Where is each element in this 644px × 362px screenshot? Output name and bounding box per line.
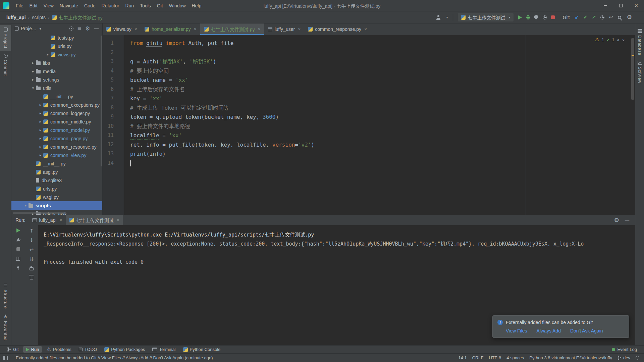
settings-icon[interactable]: ⚙ [627,14,632,20]
inspections-widget[interactable]: ⚠ 1 ✔ 1 ∧ ∨ [595,37,625,42]
tool-window-button-project[interactable]: Project [0,25,11,51]
notification-action-view-files[interactable]: View Files [506,328,527,333]
code-line[interactable]: localfile = 'xx' [130,131,635,140]
tree-item-views-py[interactable]: ▸views.py [11,50,102,59]
restore-layout-icon[interactable] [16,257,20,261]
chevron-right-icon[interactable]: ▸ [38,103,43,107]
indent-style[interactable]: 4 spaces [506,355,524,360]
tree-item-common-response-py[interactable]: ▸common_response.py [11,143,102,151]
close-icon[interactable]: × [258,27,260,32]
toolwindow-todo[interactable]: TODO [76,346,100,353]
tree-item-utils[interactable]: ▾utils [11,84,102,92]
tree-item-common-exceptions-py[interactable]: ▸common_exceptions.py [11,101,102,109]
chevron-right-icon[interactable]: ▸ [38,153,43,157]
chevron-right-icon[interactable]: ▸ [38,136,43,141]
tool-window-button-favorites[interactable]: ★Favorites [0,311,11,343]
tree-item-common-model-py[interactable]: ▸common_model.py [11,126,102,134]
coverage-icon[interactable] [534,15,538,19]
line-number[interactable]: 10 [103,122,124,131]
code-line[interactable]: from qiniu import Auth, put_file [130,39,635,48]
line-number[interactable]: 11 [103,131,124,140]
settings-icon[interactable]: ⚙ [85,26,90,32]
softwrap-icon[interactable]: ↩ [30,247,34,252]
chevron-down-icon[interactable]: ▾ [23,203,29,208]
git-branch-widget[interactable]: dev [618,355,630,360]
breadcrumb-item-scripts[interactable]: scripts [31,15,47,20]
tree-item-tests-py[interactable]: tests.py [11,34,102,42]
locate-icon[interactable] [69,27,73,31]
code-line[interactable]: print(info) [130,149,635,159]
debug-icon[interactable] [526,15,530,19]
tool-window-button-commit[interactable]: Commit [0,51,11,79]
tree-item-common-page-py[interactable]: ▸common_page.py [11,134,102,143]
menu-git[interactable]: Git [154,0,166,11]
hide-icon[interactable]: — [625,218,630,223]
editor-tab-views-py[interactable]: views.py× [103,23,141,35]
file-encoding[interactable]: UTF-8 [489,355,501,360]
settings-icon[interactable]: ⚙ [614,217,619,223]
line-separator[interactable]: CRLF [472,355,484,360]
hide-icon[interactable]: — [94,26,99,31]
chevron-right-icon[interactable]: ▸ [30,61,36,65]
line-number[interactable]: 4 [103,66,124,76]
tree-item-db-sqlite3[interactable]: db.sqlite3 [11,176,102,185]
tree-item-urls-py[interactable]: urls.py [11,42,102,50]
menu-window[interactable]: Window [166,0,189,11]
line-number[interactable]: 13 [103,149,124,159]
chevron-right-icon[interactable]: ▸ [38,119,43,124]
python-interpreter[interactable]: Python 3.8 virtualenv at E:\Virtualenvs\… [529,355,612,360]
editor-tab-home-serializer-py[interactable]: home_serializer.py× [141,23,200,35]
editor-tab-luffy-user[interactable]: luffy_user× [264,23,305,35]
menu-edit[interactable]: Edit [26,0,41,11]
menu-navigate[interactable]: Navigate [57,0,81,11]
line-number[interactable]: 2 [103,48,124,57]
line-number[interactable]: 14 [103,159,124,168]
tree-item-libs[interactable]: ▸libs [11,59,102,67]
git-push-icon[interactable]: ↗ [592,15,596,20]
run-tab-七牛上传文件测试[interactable]: 七牛上传文件测试× [66,215,123,225]
menu-view[interactable]: View [41,0,57,11]
chevron-down-icon[interactable]: ▾ [30,86,36,90]
rerun-icon[interactable] [16,228,20,232]
warning-stripe-mark[interactable] [632,55,634,56]
line-number[interactable]: 12 [103,140,124,150]
chevron-right-icon[interactable]: ▸ [30,69,36,73]
up-icon[interactable]: ↑ [30,228,34,234]
user-icon[interactable] [436,15,441,20]
project-tree-hscrollbar[interactable] [13,212,66,214]
stop-icon[interactable] [551,15,555,19]
notifications-icon[interactable] [636,356,639,360]
line-number[interactable]: 5 [103,75,124,85]
tree-item-common-middle-py[interactable]: ▸common_middle.py [11,117,102,126]
menu-file[interactable]: File [13,0,26,11]
code-line[interactable]: # 上传后保存的文件名 [130,85,635,94]
close-icon[interactable]: × [117,217,119,223]
editor-tab-common-response-py[interactable]: common_response.py× [304,23,371,35]
wrench-icon[interactable] [16,238,20,242]
editor-code[interactable]: from qiniu import Auth, put_fileq = Auth… [124,35,635,215]
code-line[interactable]: ret, info = put_file(token, key, localfi… [130,140,635,150]
tree-item-common-logger-py[interactable]: ▸common_logger.py [11,109,102,117]
print-icon[interactable] [30,267,34,270]
notification-action-don-t-ask-again[interactable]: Don't Ask Again [570,328,603,333]
git-rollback-icon[interactable]: ↩ [609,15,613,20]
code-line[interactable]: token = q.upload_token(bucket_name, key,… [130,112,635,122]
code-line[interactable]: # 要上传文件的本地路径 [130,122,635,131]
line-number[interactable]: 8 [103,103,124,113]
toolwindow-run[interactable]: Run [23,346,42,353]
code-line[interactable] [130,48,635,57]
editor-scrollbar[interactable] [631,38,634,100]
close-icon[interactable]: × [59,217,62,223]
profiler-icon[interactable] [543,15,547,19]
code-line[interactable]: # 生成上传 Token 可以指定过期时间等 [130,103,635,113]
scroll-end-icon[interactable]: ⇊ [30,257,34,262]
down-icon[interactable]: ↓ [30,238,34,243]
tree-item-init-py[interactable]: __init__.py [11,159,102,168]
menu-refactor[interactable]: Refactor [99,0,122,11]
menu-run[interactable]: Run [122,0,137,11]
toolwindow-python-console[interactable]: Python Console [180,346,224,353]
line-number[interactable]: 3 [103,57,124,66]
trash-icon[interactable] [30,276,33,279]
tree-item-scripts[interactable]: ▾scripts [11,201,102,210]
menu-code[interactable]: Code [81,0,98,11]
